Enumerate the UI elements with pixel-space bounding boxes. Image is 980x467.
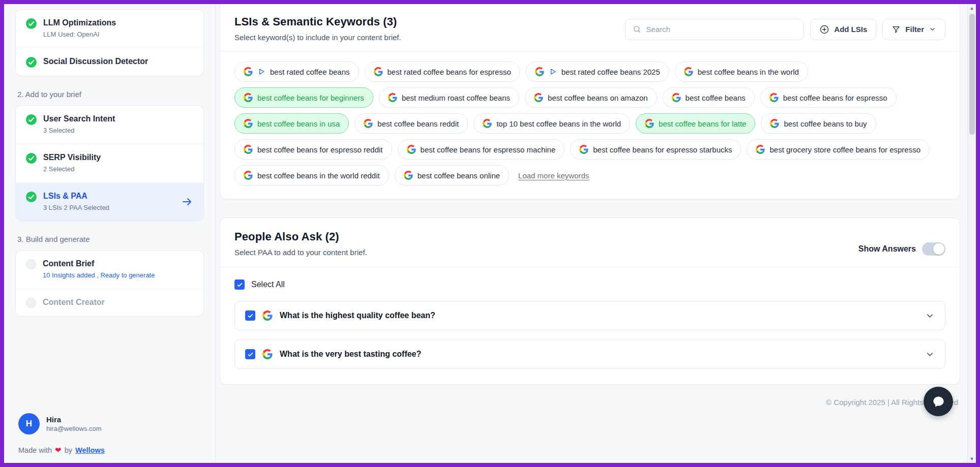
by-text: by [65, 446, 72, 454]
user-profile[interactable]: H Hira hira@wellows.com [15, 407, 204, 442]
keyword-chip[interactable]: best medium roast coffee beans [379, 87, 519, 108]
keyword-chip[interactable]: best coffee beans for latte [636, 113, 755, 134]
keyword-chip[interactable]: best coffee beans in usa [234, 113, 349, 134]
page-scrollbar[interactable]: ▲ ▼ [967, 4, 976, 463]
keyword-chip[interactable]: best coffee beans online [395, 165, 509, 185]
keyword-chip[interactable]: best coffee beans for espresso starbucks [570, 139, 741, 160]
app-frame: LLM Optimizations LLM Used: OpenAI Socia… [0, 0, 980, 467]
keyword-chip-label: best rated coffee beans 2025 [561, 68, 660, 76]
scroll-down-arrow[interactable]: ▼ [970, 456, 974, 462]
scrollbar-thumb[interactable] [969, 14, 975, 135]
keyword-chip[interactable]: best coffee beans for espresso [760, 87, 897, 108]
keyword-chip[interactable]: best coffee beans for espresso reddit [234, 139, 392, 160]
sidebar-item-sub: 3 LSIs 2 PAA Selected [43, 203, 174, 213]
google-icon [756, 145, 765, 154]
keyword-chip[interactable]: best coffee beans reddit [354, 113, 468, 134]
sidebar-item-label: Content Brief [43, 259, 193, 269]
google-icon [244, 119, 253, 128]
paa-question-text: What is the highest quality coffee bean? [280, 311, 918, 320]
keyword-chip[interactable]: best coffee beans to buy [761, 113, 876, 134]
chevron-down-icon[interactable] [925, 311, 935, 321]
keyword-chip-label: best coffee beans for espresso [783, 94, 887, 102]
keyword-chip[interactable]: top 10 best coffee beans in the world [473, 113, 630, 134]
select-all-label: Select All [251, 280, 285, 289]
paa-panel: People Also Ask (2) Select PAA to add to… [220, 217, 960, 385]
select-all-checkbox[interactable] [234, 279, 245, 290]
keyword-chip[interactable]: best coffee beans for beginners [234, 87, 373, 108]
keyword-chip[interactable]: best coffee beans in the world [675, 61, 808, 82]
sidebar-item-label: Content Creator [43, 297, 193, 307]
paa-question-row[interactable]: What is the highest quality coffee bean? [234, 301, 945, 330]
ready-to-generate-link[interactable]: Ready to generate [100, 271, 155, 279]
add-lsis-button[interactable]: Add LSIs [810, 19, 876, 40]
made-with-text: Made with [18, 446, 52, 454]
sidebar-item-content-brief[interactable]: Content Brief 10 Insights added , Ready … [16, 251, 203, 289]
keyword-chip-label: best coffee beans in usa [257, 119, 340, 128]
keyword-chip-label: best coffee beans for espresso reddit [257, 145, 383, 154]
sidebar-bottom: H Hira hira@wellows.com Made with ❤ by W… [15, 407, 204, 456]
keyword-chip-label: best grocery store coffee beans for espr… [769, 145, 920, 154]
google-icon [364, 119, 373, 128]
sidebar-item-sub: 10 Insights added , Ready to generate [43, 271, 193, 281]
search-input[interactable] [646, 25, 796, 34]
sidebar-item-sub: 3 Selected [43, 126, 193, 136]
sidebar-item-user-search-intent[interactable]: User Search Intent 3 Selected [16, 106, 203, 144]
wellows-link[interactable]: Wellows [75, 446, 105, 454]
sidebar-item-llm-optimizations[interactable]: LLM Optimizations LLM Used: OpenAI [16, 10, 203, 48]
show-answers-toggle[interactable] [922, 242, 945, 256]
check-circle-icon [26, 18, 37, 29]
keyword-chip-label: best coffee beans for espresso machine [421, 145, 556, 154]
sidebar-section-build-generate: 3. Build and generate [17, 235, 202, 243]
check-circle-icon [26, 57, 37, 68]
select-all-control[interactable]: Select All [234, 279, 945, 290]
load-more-link[interactable]: Load more keywords [518, 171, 589, 180]
check-icon [247, 313, 254, 319]
google-icon [769, 93, 779, 102]
chat-bubble-icon [932, 395, 945, 409]
paa-subtitle: Select PAA to add to your content brief. [234, 248, 367, 257]
filter-button[interactable]: Filter [882, 19, 945, 40]
user-email: hira@wellows.com [46, 425, 102, 432]
lsi-subtitle: Select keyword(s) to include in your con… [234, 33, 401, 42]
keyword-chip-label: best rated coffee beans for espresso [388, 68, 511, 76]
paa-panel-header: People Also Ask (2) Select PAA to add to… [220, 218, 960, 267]
keyword-chip[interactable]: best coffee beans on amazon [525, 87, 657, 108]
heart-icon: ❤ [55, 446, 62, 455]
check-circle-icon [26, 153, 37, 164]
filter-label: Filter [905, 25, 924, 34]
question-checkbox[interactable] [245, 310, 255, 321]
chevron-down-icon [929, 25, 936, 33]
chat-launcher-button[interactable] [924, 387, 953, 416]
sidebar-item-label: User Search Intent [43, 114, 193, 124]
arrow-right-icon [181, 196, 193, 208]
pending-circle-icon [26, 298, 36, 308]
made-with-footer: Made with ❤ by Wellows [15, 442, 204, 456]
lsi-header-controls: Add LSIs Filter [625, 17, 945, 42]
sidebar-item-lsis-paa[interactable]: LSIs & PAA 3 LSIs 2 PAA Selected [16, 182, 203, 221]
sidebar-item-label: SERP Visibility [43, 152, 193, 163]
sidebar-item-sub: LLM Used: OpenAI [43, 30, 193, 40]
scroll-up-arrow[interactable]: ▲ [970, 5, 974, 11]
filter-funnel-icon [892, 25, 901, 34]
keyword-chip[interactable]: best coffee beans [663, 87, 755, 108]
google-icon [645, 119, 654, 128]
paa-title: People Also Ask (2) [234, 230, 367, 243]
sidebar-item-serp-visibility[interactable]: SERP Visibility 2 Selected [16, 144, 203, 182]
question-checkbox[interactable] [245, 349, 255, 359]
keyword-chip[interactable]: best rated coffee beans 2025 [526, 61, 669, 82]
toggle-knob [933, 243, 944, 255]
sidebar-card-optimizations: LLM Optimizations LLM Used: OpenAI Socia… [15, 9, 204, 76]
keyword-chip[interactable]: best rated coffee beans [234, 61, 359, 82]
keyword-chip[interactable]: best coffee beans for espresso machine [398, 139, 565, 160]
keyword-chip[interactable]: best rated coffee beans for espresso [365, 61, 520, 82]
keyword-search[interactable] [625, 19, 804, 40]
chevron-down-icon[interactable] [925, 350, 935, 359]
keyword-chip-label: best coffee beans in the world [698, 68, 799, 76]
video-result-icon [257, 68, 265, 76]
sidebar-item-social-discussion-detector[interactable]: Social Discussion Detector [16, 48, 203, 76]
paa-question-text: What is the very best tasting coffee? [280, 350, 918, 359]
keyword-chips: best rated coffee beans best rated coffe… [220, 51, 960, 199]
paa-question-row[interactable]: What is the very best tasting coffee? [234, 339, 945, 369]
keyword-chip[interactable]: best coffee beans in the world reddit [234, 165, 389, 185]
keyword-chip[interactable]: best grocery store coffee beans for espr… [747, 139, 930, 160]
